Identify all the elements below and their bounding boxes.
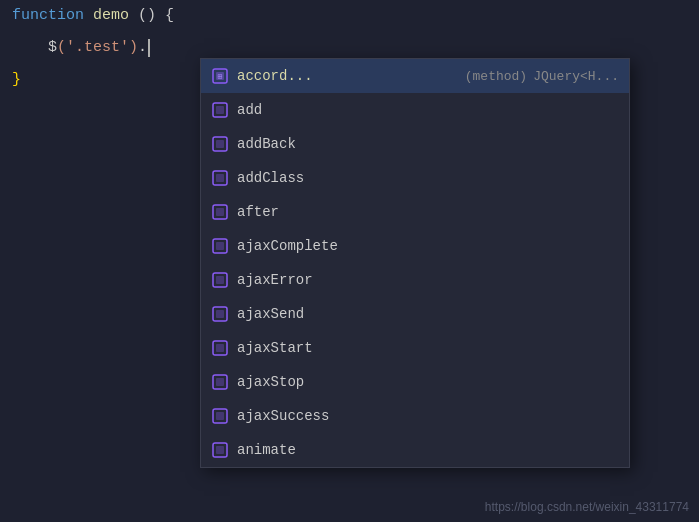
method-icon	[211, 305, 229, 323]
method-icon	[211, 407, 229, 425]
selector-string: ('.test')	[57, 32, 138, 64]
method-icon	[211, 135, 229, 153]
item-accord-name: accord...	[237, 68, 445, 84]
item-ajaxcomplete-name: ajaxComplete	[237, 238, 619, 254]
svg-rect-16	[216, 310, 224, 318]
space	[129, 0, 138, 32]
svg-text:⊞: ⊞	[218, 72, 223, 81]
method-icon	[211, 373, 229, 391]
svg-rect-6	[216, 140, 224, 148]
method-icon	[211, 339, 229, 357]
autocomplete-item-addclass[interactable]: addClass	[201, 161, 629, 195]
method-icon	[211, 271, 229, 289]
dollar-sign: $	[48, 32, 57, 64]
item-ajaxstop-name: ajaxStop	[237, 374, 619, 390]
autocomplete-item-add[interactable]: add	[201, 93, 629, 127]
autocomplete-item-ajaxstop[interactable]: ajaxStop	[201, 365, 629, 399]
item-addback-name: addBack	[237, 136, 619, 152]
autocomplete-item-ajaxerror[interactable]: ajaxError	[201, 263, 629, 297]
method-icon: ⊞	[211, 67, 229, 85]
autocomplete-item-ajaxcomplete[interactable]: ajaxComplete	[201, 229, 629, 263]
autocomplete-item-ajaxsuccess[interactable]: ajaxSuccess	[201, 399, 629, 433]
method-icon	[211, 441, 229, 459]
autocomplete-dropdown[interactable]: ⊞ accord... (method) JQuery<H... add	[200, 58, 630, 468]
space	[84, 0, 93, 32]
method-icon	[211, 101, 229, 119]
svg-rect-10	[216, 208, 224, 216]
item-ajaxsuccess-name: ajaxSuccess	[237, 408, 619, 424]
function-name: demo	[93, 0, 129, 32]
autocomplete-item-addback[interactable]: addBack	[201, 127, 629, 161]
code-line-1: function demo () {	[0, 0, 699, 32]
svg-rect-22	[216, 412, 224, 420]
dot-accessor: .	[138, 32, 147, 64]
svg-rect-24	[216, 446, 224, 454]
item-ajaxerror-name: ajaxError	[237, 272, 619, 288]
item-add-name: add	[237, 102, 619, 118]
autocomplete-item-ajaxstart[interactable]: ajaxStart	[201, 331, 629, 365]
item-accord-type: (method)	[465, 69, 527, 84]
svg-rect-14	[216, 276, 224, 284]
item-ajaxsend-name: ajaxSend	[237, 306, 619, 322]
svg-rect-18	[216, 344, 224, 352]
indent	[12, 32, 48, 64]
item-after-name: after	[237, 204, 619, 220]
item-animate-name: animate	[237, 442, 619, 458]
svg-rect-12	[216, 242, 224, 250]
text-cursor	[148, 39, 150, 57]
item-addclass-name: addClass	[237, 170, 619, 186]
method-icon	[211, 237, 229, 255]
closing-brace: }	[12, 64, 21, 96]
editor-area: function demo () { $ ('.test') . } ⊞ acc…	[0, 0, 699, 522]
autocomplete-item-ajaxsend[interactable]: ajaxSend	[201, 297, 629, 331]
svg-rect-4	[216, 106, 224, 114]
autocomplete-item-after[interactable]: after	[201, 195, 629, 229]
item-accord-return: JQuery<H...	[533, 69, 619, 84]
svg-rect-20	[216, 378, 224, 386]
method-icon	[211, 169, 229, 187]
autocomplete-item-accord[interactable]: ⊞ accord... (method) JQuery<H...	[201, 59, 629, 93]
keyword-function: function	[12, 0, 84, 32]
svg-rect-8	[216, 174, 224, 182]
method-icon	[211, 203, 229, 221]
autocomplete-item-animate[interactable]: animate	[201, 433, 629, 467]
watermark: https://blog.csdn.net/weixin_43311774	[485, 500, 689, 514]
item-ajaxstart-name: ajaxStart	[237, 340, 619, 356]
func-params: () {	[138, 0, 174, 32]
